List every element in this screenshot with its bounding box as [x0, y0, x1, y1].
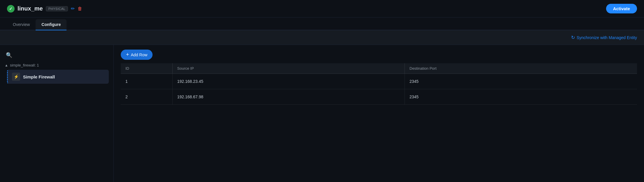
col-header-source-ip: Source IP: [172, 63, 405, 74]
table-toolbar: + Add Row: [121, 50, 637, 60]
data-table: ID Source IP Destination Port 1192.168.2…: [121, 63, 637, 105]
sync-icon: ↻: [571, 35, 575, 40]
header-left: ✓ linux_me PHYSICAL ✏ 🗑: [7, 5, 82, 13]
cell-id: 1: [121, 74, 172, 89]
sidebar: 🔍 ▲ simple_firewall: 1 ⚡ Simple Firewall: [0, 45, 114, 182]
tabs-bar: Overview Configure: [0, 18, 644, 30]
search-button[interactable]: 🔍: [5, 51, 13, 60]
header: ✓ linux_me PHYSICAL ✏ 🗑 Activate: [0, 0, 644, 18]
sidebar-item-label: Simple Firewall: [23, 74, 55, 79]
sync-bar: ↻ Synchronize with Managed Entity: [0, 30, 644, 45]
plus-icon: +: [126, 52, 129, 58]
add-row-label: Add Row: [131, 52, 148, 57]
sync-link[interactable]: ↻ Synchronize with Managed Entity: [571, 35, 637, 40]
status-icon: ✓: [7, 5, 15, 13]
table-row: 1192.168.23.452345: [121, 74, 637, 89]
physical-badge: PHYSICAL: [46, 6, 68, 11]
cell-source-ip: 192.168.23.45: [172, 74, 405, 89]
cell-dest-port: 2345: [405, 74, 637, 89]
tab-configure[interactable]: Configure: [36, 19, 66, 30]
sidebar-item-simple-firewall[interactable]: ⚡ Simple Firewall: [7, 70, 109, 84]
sidebar-group-label: simple_firewall: 1: [10, 63, 39, 67]
table-row: 2192.168.67.982345: [121, 89, 637, 105]
cell-source-ip: 192.168.67.98: [172, 89, 405, 105]
table-header-row: ID Source IP Destination Port: [121, 63, 637, 74]
chevron-icon: ▲: [5, 63, 8, 67]
col-header-id: ID: [121, 63, 172, 74]
delete-icon[interactable]: 🗑: [78, 6, 82, 11]
table-area: + Add Row ID Source IP Destination Port …: [114, 45, 644, 182]
cell-dest-port: 2345: [405, 89, 637, 105]
sidebar-group: ▲ simple_firewall: 1 ⚡ Simple Firewall: [0, 63, 113, 84]
tab-overview[interactable]: Overview: [7, 19, 36, 30]
sync-label: Synchronize with Managed Entity: [577, 35, 637, 40]
sidebar-search-area: 🔍: [0, 50, 113, 63]
edit-icon[interactable]: ✏: [71, 6, 75, 11]
firewall-icon: ⚡: [12, 73, 20, 81]
main-content: 🔍 ▲ simple_firewall: 1 ⚡ Simple Firewall…: [0, 45, 644, 182]
cell-id: 2: [121, 89, 172, 105]
entity-name: linux_me: [18, 5, 43, 12]
col-header-dest-port: Destination Port: [405, 63, 637, 74]
activate-button[interactable]: Activate: [606, 4, 637, 13]
add-row-button[interactable]: + Add Row: [121, 50, 153, 60]
sidebar-group-header: ▲ simple_firewall: 1: [5, 63, 109, 67]
